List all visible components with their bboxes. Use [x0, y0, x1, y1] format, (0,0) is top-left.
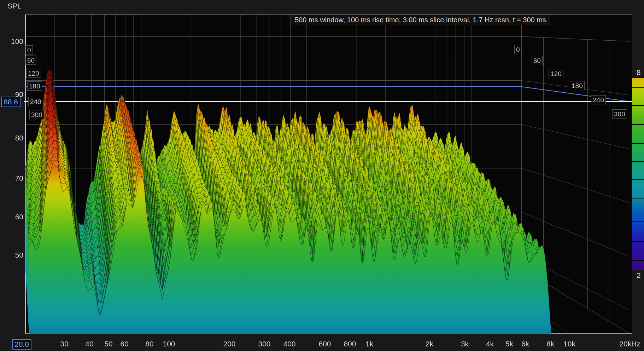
time-label-right-300: 300 — [612, 109, 627, 119]
x-axis-tick-20kHz: 20kHz — [619, 340, 640, 348]
time-label-left-0: 0 — [25, 45, 33, 54]
x-axis-tick-5k: 5k — [505, 340, 513, 348]
x-axis-tick-600: 600 — [318, 340, 331, 348]
time-label-right-180: 180 — [570, 81, 585, 90]
spl-axis-title: SPL — [7, 2, 22, 10]
x-axis-tick-400: 400 — [283, 340, 295, 348]
time-label-right-120: 120 — [549, 69, 563, 78]
y-axis-tick-90: 90 — [0, 90, 23, 99]
freq-cursor-readout[interactable]: 20.0 — [12, 339, 31, 350]
y-axis-tick-60: 60 — [0, 213, 23, 221]
x-axis-tick-6k: 6k — [521, 340, 529, 348]
time-label-left-60: 60 — [25, 56, 36, 65]
x-axis-tick-50: 50 — [104, 340, 112, 348]
x-axis-tick-3k: 3k — [461, 340, 469, 348]
x-axis-tick-30: 30 — [60, 340, 68, 348]
y-axis-tick-50: 50 — [0, 251, 23, 259]
colorbar-top-label: 8 — [637, 68, 641, 77]
measurement-info-bar: 500 ms window, 100 ms rise time, 3.00 ms… — [291, 15, 550, 25]
y-axis-tick-70: 70 — [0, 174, 23, 183]
time-label-left-240: 240 — [28, 97, 43, 106]
y-axis-tick-80: 80 — [0, 134, 23, 142]
time-label-left-180: 180 — [27, 81, 42, 91]
x-axis-tick-300: 300 — [258, 340, 270, 348]
x-axis-tick-80: 80 — [145, 340, 153, 348]
time-label-right-60: 60 — [532, 56, 543, 65]
x-axis-tick-200: 200 — [223, 340, 235, 348]
x-axis-tick-2k: 2k — [426, 340, 433, 348]
y-axis-tick-100: 100 — [0, 37, 23, 46]
x-axis-tick-40: 40 — [85, 340, 93, 348]
time-label-left-120: 120 — [26, 69, 41, 78]
colorbar-bottom-label: 2 — [637, 271, 641, 280]
waterfall-plot-canvas[interactable] — [0, 0, 644, 351]
time-label-right-0: 0 — [514, 45, 522, 54]
x-axis-tick-8k: 8k — [546, 340, 554, 348]
spectrogram-window: SPL 500 ms window, 100 ms rise time, 3.0… — [0, 0, 644, 351]
x-axis-tick-100: 100 — [163, 340, 175, 348]
x-axis-tick-4k: 4k — [486, 340, 494, 348]
time-label-right-240: 240 — [591, 95, 606, 104]
x-axis-tick-60: 60 — [120, 340, 128, 348]
time-label-left-300: 300 — [29, 110, 44, 119]
x-axis-tick-1k: 1k — [365, 340, 373, 348]
x-axis-tick-10k: 10k — [563, 340, 575, 348]
x-axis-tick-800: 800 — [344, 340, 356, 348]
